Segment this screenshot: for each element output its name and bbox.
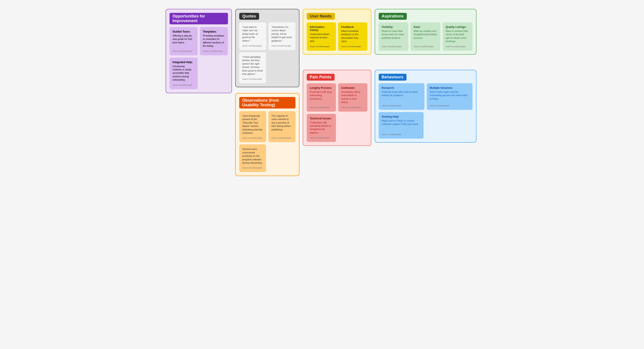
opportunities-grid: Guided Tours: Offering a step-by-step gu… <box>170 27 228 89</box>
needs-card-1-author: Seyon Sounthararajah <box>341 45 364 48</box>
asp-card-0: Visibility: Desire to have their venue s… <box>379 22 408 51</box>
pain-card-0-title: Lengthy Process: <box>310 86 333 90</box>
opp-card-0-body: Offering a step-by-step guide for first-… <box>172 34 194 44</box>
opportunities-title: Opportunities for Improvement <box>170 13 228 24</box>
quote-0-text: "I just want to make sure my listing loo… <box>242 26 263 43</box>
user-needs-grid: Information Clarity: Understand what's r… <box>307 22 367 51</box>
needs-card-1: Feedback: Want immediate feedback on the… <box>338 22 367 51</box>
opp-card-1-body: Providing templates or examples for diff… <box>203 34 225 48</box>
asp-card-0-author: Seyon Sounthararajah <box>382 45 406 48</box>
asp-card-2-title: Quality Listings: <box>446 26 470 29</box>
pain-card-1: Confusion: Uncertainty about what detail… <box>338 83 367 112</box>
beh-card-1-title: Multiple Sessions: <box>430 86 470 90</box>
obs-card-2-author: Seyon Sounthararajah <box>242 167 263 169</box>
beh-card-1-author: Seyon Sounthararajah <box>430 105 470 107</box>
user-needs-section: User Needs Information Clarity: Understa… <box>303 9 371 55</box>
opp-card-2-body: Introducing chatbots or easily accessibl… <box>172 65 194 82</box>
beh-card-0-body: Potential hosts often look at other list… <box>382 90 421 97</box>
asp-card-1: Ease: Want an intuitive and straightforw… <box>410 22 440 51</box>
pain-card-2-title: Technical Issues: <box>310 117 333 120</box>
needs-card-0: Information Clarity: Understand what's r… <box>307 22 336 51</box>
obs-card-0: Users frequently paused at the "Describe… <box>239 111 266 142</box>
canvas: Opportunities for Improvement Guided Tou… <box>161 5 483 179</box>
quote-1-text: "Sometimes I'm unsure about pricing. It'… <box>272 26 292 43</box>
pain-card-2-author: Seyon Sounthararajah <box>310 137 333 139</box>
asp-card-1-title: Ease: <box>414 26 437 29</box>
opp-card-1: Templates: Providing templates or exampl… <box>200 27 228 55</box>
pain-points-title: Pain Points <box>307 74 334 81</box>
needs-card-0-author: Seyon Sounthararajah <box>310 45 333 48</box>
pain-card-0-author: Seyon Sounthararajah <box>310 106 333 109</box>
obs-card-2: Several users commented positively on th… <box>239 144 266 172</box>
pain-card-0-body: Frustration with long onboarding procedu… <box>310 90 333 101</box>
observations-section: Observations (from Usability Testing) Us… <box>235 93 300 176</box>
opp-card-2: Integrated Help: Introducing chatbots or… <box>170 58 198 89</box>
quote-1-author: Seyon Sounthararajah <box>272 45 292 47</box>
pain-card-2: Technical Issues: Challenges with upload… <box>307 114 336 142</box>
quotes-list: "I just want to make sure my listing loo… <box>239 22 296 83</box>
beh-card-1-body: Some hosts might start the onboarding pr… <box>430 90 470 101</box>
needs-card-1-body: Want immediate feedback on the informati… <box>341 30 364 43</box>
quote-2-text: "I tried uploading photos, but they were… <box>242 55 263 76</box>
beh-card-0-title: Research: <box>382 86 421 90</box>
observations-list: Users frequently paused at the "Describe… <box>239 111 296 172</box>
asp-card-2-author: Seyon Sounthararajah <box>446 45 470 48</box>
obs-card-1-author: Seyon Sounthararajah <box>272 137 292 139</box>
behaviours-list: Research: Potential hosts often look at … <box>379 83 472 139</box>
obs-card-0-body: Users frequently paused at the "Describe… <box>242 114 263 135</box>
obs-card-2-body: Several users commented positively on th… <box>242 148 263 165</box>
quote-2: "I tried uploading photos, but they were… <box>239 52 266 83</box>
opp-card-1-title: Templates: <box>203 30 225 33</box>
opp-card-2-author: Seyon Sounthararajah <box>172 84 194 86</box>
beh-card-2-author: Seyon Sounthararajah <box>382 133 421 136</box>
obs-card-1: The majority of users wanted to see a pr… <box>268 111 296 142</box>
quotes-title: Quotes <box>239 13 259 20</box>
behaviours-section: Behaviours Research: Potential hosts oft… <box>375 70 476 143</box>
asp-card-1-body: Want an intuitive and straightforward li… <box>414 30 437 40</box>
pain-card-1-body: Uncertainty about what details to includ… <box>341 90 364 104</box>
beh-card-0: Research: Potential hosts often look at … <box>379 83 424 110</box>
asp-card-0-title: Visibility: <box>382 26 406 29</box>
obs-card-1-body: The majority of users wanted to see a pr… <box>272 114 292 135</box>
needs-card-0-title: Information Clarity: <box>310 26 333 32</box>
opp-card-2-title: Integrated Help: <box>172 61 194 64</box>
beh-card-2-body: Might look for FAQs or contact customer … <box>382 119 421 126</box>
pain-points-grid: Lengthy Process: Frustration with long o… <box>307 83 367 142</box>
quote-2-author: Seyon Sounthararajah <box>242 78 263 80</box>
opportunities-section: Opportunities for Improvement Guided Tou… <box>166 9 232 93</box>
beh-card-1: Multiple Sessions: Some hosts might star… <box>427 83 472 110</box>
pain-card-0: Lengthy Process: Frustration with long o… <box>307 83 336 112</box>
aspirations-title: Aspirations <box>379 13 407 20</box>
needs-card-1-title: Feedback: <box>341 26 364 29</box>
aspirations-section: Aspirations Visibility: Desire to have t… <box>375 9 476 55</box>
asp-card-2: Quality Listings: Want to present their … <box>442 22 472 51</box>
beh-card-2: Seeking Help: Might look for FAQs or con… <box>379 112 424 139</box>
quote-1: "Sometimes I'm unsure about pricing. It'… <box>268 22 296 50</box>
obs-card-0-author: Seyon Sounthararajah <box>242 137 263 139</box>
opp-card-0-author: Seyon Sounthararajah <box>172 50 194 52</box>
pain-card-1-author: Seyon Sounthararajah <box>341 106 364 109</box>
pain-points-section: Pain Points Lengthy Process: Frustration… <box>303 70 371 146</box>
pain-card-1-title: Confusion: <box>341 86 364 90</box>
asp-card-1-author: Seyon Sounthararajah <box>414 45 437 48</box>
opp-card-1-author: Seyon Sounthararajah <box>203 50 225 52</box>
pain-card-2-body: Challenges with uploading photos or navi… <box>310 121 333 135</box>
aspirations-grid: Visibility: Desire to have their venue s… <box>379 22 472 51</box>
quote-0: "I just want to make sure my listing loo… <box>239 22 266 50</box>
needs-card-0-body: Understand what's required at each step. <box>310 33 333 43</box>
quotes-section: Quotes "I just want to make sure my list… <box>235 9 300 87</box>
opp-card-0-title: Guided Tours: <box>172 30 194 33</box>
behaviours-title: Behaviours <box>379 74 406 81</box>
observations-title: Observations (from Usability Testing) <box>239 97 296 109</box>
opp-card-0: Guided Tours: Offering a step-by-step gu… <box>170 27 198 55</box>
asp-card-2-body: Want to present their venue in the best … <box>446 30 470 43</box>
beh-card-0-author: Seyon Sounthararajah <box>382 105 421 107</box>
beh-card-2-title: Seeking Help: <box>382 115 421 118</box>
quote-0-author: Seyon Sounthararajah <box>242 45 263 47</box>
user-needs-title: User Needs <box>307 13 335 20</box>
asp-card-0-body: Desire to have their venue seen by many … <box>382 30 406 40</box>
